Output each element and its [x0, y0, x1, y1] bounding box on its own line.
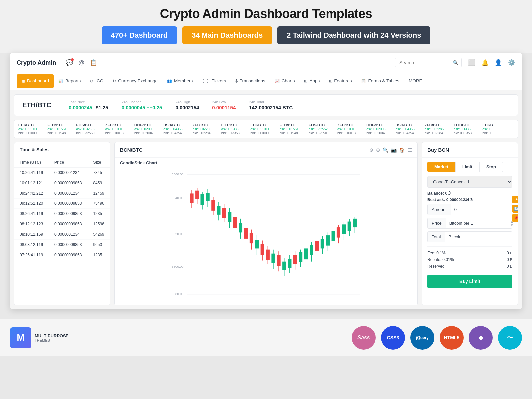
price-field[interactable] [446, 218, 508, 228]
ticker-bid: bid: 0.02004 [366, 131, 385, 135]
bell-icon[interactable]: 🔔 [481, 59, 489, 66]
nav-transactions[interactable]: $ Transactions [231, 74, 270, 88]
nav-more[interactable]: MORE [404, 74, 427, 88]
tab-limit[interactable]: Limit [455, 162, 479, 172]
svg-rect-21 [217, 206, 221, 215]
best-ask-info: Best ask: 0.000001234 ₿ [427, 198, 512, 202]
size-cell: 75496 [88, 199, 110, 209]
buy-limit-button[interactable]: Buy Limit [427, 275, 512, 288]
user-icon[interactable]: 👤 [495, 59, 502, 66]
last-price-val: 0.0000245 [69, 105, 92, 110]
svg-rect-47 [288, 259, 292, 268]
logo-brand: MULTIPURPOSE [35, 333, 68, 338]
price-cell: 0.00000009853 [49, 178, 88, 188]
nav-apps[interactable]: ⊞ Apps [299, 74, 324, 88]
nav-members[interactable]: 👥 Members [162, 74, 197, 88]
nav-ico[interactable]: ⊙ ICO [85, 74, 108, 88]
side-btn-3[interactable]: 📌 [512, 214, 518, 222]
ticker-item: DSH/BTC ask: 0.04356 bid: 0.04354 [395, 123, 414, 135]
buy-tabs: Market Limit Stop [422, 158, 518, 176]
svg-rect-69 [348, 222, 351, 231]
svg-rect-29 [239, 223, 242, 232]
svg-rect-59 [321, 239, 324, 248]
svg-rect-25 [228, 212, 231, 222]
svg-text:6660.00: 6660.00 [172, 172, 184, 176]
rebate-row: Rebate: 0.01% 0 ₿ [427, 257, 512, 262]
badge-dashboard: 470+ Dashboard [102, 26, 177, 44]
tab-market[interactable]: Market [427, 162, 455, 172]
order-type-select[interactable]: Good-Til-Canceled [427, 176, 512, 188]
ticker-pair: LOT/BTC [221, 123, 240, 127]
change-label: 24h Change [122, 100, 162, 104]
total-field[interactable] [445, 232, 512, 242]
trading-pair: ETH/BTC [22, 101, 56, 109]
last-price-stat: Last Price 0.0000245 $1.25 [69, 100, 108, 110]
ticker-item: ZEC/BTC ask: 0.02286 bid: 0.02284 [425, 123, 444, 135]
ticker-item: LOT/BTC ask: 0.13355 bid: 0.13353 [221, 123, 240, 135]
ticker-pair: ZEC/BTC [105, 123, 124, 127]
clipboard-icon[interactable]: 📋 [90, 59, 97, 66]
nav-forms[interactable]: 📋 Forms & Tables [356, 74, 404, 88]
chat-icon[interactable]: 💬 [66, 59, 73, 66]
svg-rect-71 [353, 219, 357, 227]
ticker-ask: ask: 0.02286 [193, 127, 211, 131]
amount-field[interactable] [451, 204, 513, 215]
side-btn-1[interactable]: 👁 [512, 196, 518, 203]
svg-text:6580.00: 6580.00 [172, 292, 184, 296]
balance-info: Balance: 0 ₿ [427, 191, 512, 196]
nav-tickers[interactable]: ⋮⋮ Tickers [197, 74, 231, 88]
ticker-pair: LTC/BTC [250, 123, 269, 127]
side-mini-buttons: 👁 🔄 📌 [512, 196, 518, 222]
ticker-pair: ETH/BTC [47, 123, 66, 127]
search-icon: 🔍 [453, 60, 458, 65]
time-sales-title: Time & Sales [14, 142, 110, 157]
ticker-item: OHG/BTC ask: 0.02006 bid: 0.02004 [134, 123, 153, 135]
chart-tool-zoom-out[interactable]: ⊖ [376, 147, 380, 153]
scan-icon[interactable]: ⬜ [468, 59, 475, 66]
chart-tool-home[interactable]: 🏠 [399, 147, 405, 153]
nav-charts[interactable]: 📈 Charts [270, 74, 300, 88]
dashboard-wrapper: Crypto Admin 💬 @ 📋 🔍 ⬜ 🔔 👤 ⚙️ ▦ Dashboar… [10, 53, 522, 309]
high-label: 24h High [175, 100, 199, 104]
search-bar: 🔍 ⬜ 🔔 👤 ⚙️ [104, 58, 515, 67]
ticker-item: LOT/BTC ask: 0.13355 bid: 0.13353 [454, 123, 472, 135]
nav-dashboard[interactable]: ▦ Dashboard [17, 74, 54, 88]
nav-reports[interactable]: 📊 Reports [54, 74, 85, 88]
chart-tool-reset[interactable]: ⊙ [369, 147, 373, 153]
svg-rect-53 [304, 248, 308, 259]
ticker-pair: LOT/BTC [454, 123, 472, 127]
ticker-item: EOS/BTC ask: 0.32552 bid: 0.32550 [76, 123, 95, 135]
price-down-icon[interactable]: ▼ [510, 223, 514, 227]
mention-icon[interactable]: @ [78, 59, 84, 66]
table-row: 10:01:12.121 0.00000009853 8459 [14, 178, 110, 188]
total-stat: 24h Total 142.00002154 BTC [249, 100, 293, 110]
fee-val: 0 ₿ [507, 251, 512, 255]
tab-stop[interactable]: Stop [479, 162, 503, 172]
chart-tool-camera[interactable]: 📷 [391, 147, 397, 153]
chart-tools: ⊙ ⊖ 🔍 📷 🏠 ☰ [369, 147, 412, 153]
price-cell: 0.0000001234 [49, 168, 88, 178]
ticker-ask: ask: 0.02006 [366, 127, 385, 131]
promo-banner: Crypto Admin Dashboard Templates 470+ Da… [0, 0, 532, 53]
price-cell: 0.0000001234 [49, 188, 88, 199]
low-stat: 24h Low 0.0001154 [212, 100, 236, 110]
chart-tool-zoom-in[interactable]: 🔍 [383, 147, 388, 153]
chart-tool-menu[interactable]: ☰ [408, 147, 412, 153]
ticker-pair: ETH/BTC [279, 123, 298, 127]
svg-rect-49 [293, 255, 297, 264]
nav-features[interactable]: ⊞ Features [324, 74, 356, 88]
chart-header: BCN/BTC ⊙ ⊖ 🔍 📷 🏠 ☰ [115, 142, 417, 158]
svg-rect-51 [299, 252, 302, 262]
settings-icon[interactable]: ⚙️ [508, 59, 515, 66]
time-cell: 08:12:12.123 [14, 219, 49, 229]
ticker-ask: ask: 0.04356 [395, 127, 414, 131]
nav-currency[interactable]: ↻ Currency Exchange [108, 74, 162, 88]
time-cell: 08:03:12.119 [14, 240, 49, 250]
search-input[interactable] [395, 58, 462, 67]
reserved-label: Reserved [427, 264, 444, 269]
table-row: 08:03:12.119 0.00000009853 9653 [14, 240, 110, 250]
ticker-item: ETH/BTC ask: 0.01551 bid: 0.01548 [47, 123, 66, 135]
header: Crypto Admin 💬 @ 📋 🔍 ⬜ 🔔 👤 ⚙️ [10, 53, 522, 72]
high-stat: 24h High 0.0002154 [175, 100, 199, 110]
side-btn-2[interactable]: 🔄 [512, 205, 518, 213]
